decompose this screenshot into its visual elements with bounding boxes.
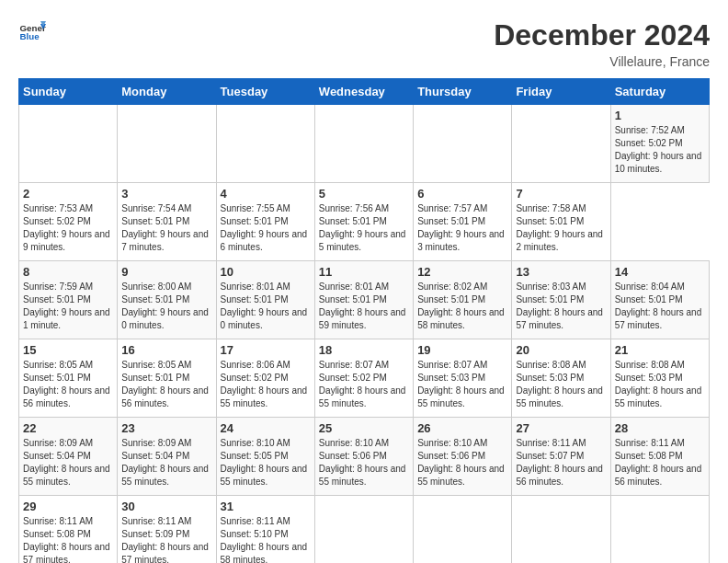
day-number: 1 — [615, 109, 705, 122]
day-number: 25 — [319, 421, 409, 435]
calendar-cell: 22Sunrise: 8:09 AMSunset: 5:04 PMDayligh… — [19, 418, 118, 496]
day-info: Sunrise: 8:01 AMSunset: 5:01 PMDaylight:… — [221, 281, 311, 332]
day-number: 18 — [319, 343, 409, 357]
day-info: Sunrise: 8:11 AMSunset: 5:08 PMDaylight:… — [615, 437, 705, 488]
calendar-cell: 14Sunrise: 8:04 AMSunset: 5:01 PMDayligh… — [610, 261, 709, 339]
calendar-cell: 6Sunrise: 7:57 AMSunset: 5:01 PMDaylight… — [414, 183, 512, 261]
day-info: Sunrise: 7:57 AMSunset: 5:01 PMDaylight:… — [417, 202, 507, 254]
day-info: Sunrise: 8:11 AMSunset: 5:10 PMDaylight:… — [221, 515, 311, 563]
day-number: 21 — [615, 343, 705, 357]
day-number: 29 — [23, 500, 113, 513]
day-info: Sunrise: 8:08 AMSunset: 5:03 PMDaylight:… — [615, 359, 705, 410]
day-info: Sunrise: 8:08 AMSunset: 5:03 PMDaylight:… — [516, 359, 606, 410]
calendar-table: SundayMondayTuesdayWednesdayThursdayFrid… — [18, 78, 710, 563]
calendar-cell: 13Sunrise: 8:03 AMSunset: 5:01 PMDayligh… — [512, 261, 610, 339]
calendar-cell: 31Sunrise: 8:11 AMSunset: 5:10 PMDayligh… — [216, 496, 314, 564]
calendar-cell: 9Sunrise: 8:00 AMSunset: 5:01 PMDaylight… — [118, 261, 216, 339]
calendar-cell: 17Sunrise: 8:06 AMSunset: 5:02 PMDayligh… — [216, 339, 314, 418]
calendar-cell: 8Sunrise: 7:59 AMSunset: 5:01 PMDaylight… — [19, 261, 118, 339]
day-number: 2 — [23, 187, 113, 201]
day-info: Sunrise: 8:11 AMSunset: 5:08 PMDaylight:… — [23, 515, 113, 563]
day-number: 8 — [23, 265, 113, 279]
calendar-week-row: 2Sunrise: 7:53 AMSunset: 5:02 PMDaylight… — [19, 183, 710, 261]
header: General Blue December 2024 Villelaure, F… — [18, 18, 710, 69]
title-area: December 2024 Villelaure, France — [494, 18, 710, 69]
calendar-cell — [314, 105, 413, 183]
logo-icon: General Blue — [18, 18, 46, 46]
day-info: Sunrise: 8:09 AMSunset: 5:04 PMDaylight:… — [121, 437, 211, 488]
day-number: 11 — [319, 265, 409, 279]
calendar-cell: 26Sunrise: 8:10 AMSunset: 5:06 PMDayligh… — [414, 418, 512, 496]
day-number: 31 — [221, 500, 311, 513]
day-info: Sunrise: 8:10 AMSunset: 5:06 PMDaylight:… — [417, 437, 507, 488]
calendar-cell: 29Sunrise: 8:11 AMSunset: 5:08 PMDayligh… — [19, 496, 118, 564]
day-number: 12 — [417, 265, 507, 279]
days-of-week-header: SundayMondayTuesdayWednesdayThursdayFrid… — [19, 79, 710, 105]
calendar-cell: 24Sunrise: 8:10 AMSunset: 5:05 PMDayligh… — [216, 418, 314, 496]
calendar-cell — [414, 105, 512, 183]
day-number: 24 — [221, 421, 311, 435]
day-number: 23 — [121, 421, 211, 435]
day-info: Sunrise: 7:56 AMSunset: 5:01 PMDaylight:… — [319, 202, 409, 254]
month-title: December 2024 — [494, 18, 710, 52]
day-info: Sunrise: 8:07 AMSunset: 5:03 PMDaylight:… — [417, 359, 507, 410]
day-info: Sunrise: 8:03 AMSunset: 5:01 PMDaylight:… — [516, 281, 606, 332]
day-info: Sunrise: 7:55 AMSunset: 5:01 PMDaylight:… — [221, 202, 311, 254]
logo: General Blue — [18, 18, 46, 46]
day-number: 13 — [516, 265, 606, 279]
calendar-cell — [216, 105, 314, 183]
calendar-week-row: 8Sunrise: 7:59 AMSunset: 5:01 PMDaylight… — [19, 261, 710, 339]
calendar-cell: 2Sunrise: 7:53 AMSunset: 5:02 PMDaylight… — [19, 183, 118, 261]
day-of-week-header: Sunday — [19, 79, 118, 105]
day-number: 4 — [221, 187, 311, 201]
day-number: 19 — [417, 343, 507, 357]
calendar-cell: 30Sunrise: 8:11 AMSunset: 5:09 PMDayligh… — [118, 496, 216, 564]
day-info: Sunrise: 8:06 AMSunset: 5:02 PMDaylight:… — [221, 359, 311, 410]
calendar-cell: 11Sunrise: 8:01 AMSunset: 5:01 PMDayligh… — [314, 261, 413, 339]
calendar-cell: 27Sunrise: 8:11 AMSunset: 5:07 PMDayligh… — [512, 418, 610, 496]
calendar-cell: 19Sunrise: 8:07 AMSunset: 5:03 PMDayligh… — [414, 339, 512, 418]
calendar-cell: 12Sunrise: 8:02 AMSunset: 5:01 PMDayligh… — [414, 261, 512, 339]
calendar-week-row: 22Sunrise: 8:09 AMSunset: 5:04 PMDayligh… — [19, 418, 710, 496]
day-number: 10 — [221, 265, 311, 279]
calendar-cell: 7Sunrise: 7:58 AMSunset: 5:01 PMDaylight… — [512, 183, 610, 261]
day-number: 16 — [121, 343, 211, 357]
day-number: 22 — [23, 421, 113, 435]
calendar-cell: 4Sunrise: 7:55 AMSunset: 5:01 PMDaylight… — [216, 183, 314, 261]
calendar-cell — [118, 105, 216, 183]
day-number: 28 — [615, 421, 705, 435]
day-info: Sunrise: 8:11 AMSunset: 5:07 PMDaylight:… — [516, 437, 606, 488]
calendar-cell: 28Sunrise: 8:11 AMSunset: 5:08 PMDayligh… — [610, 418, 709, 496]
svg-text:Blue: Blue — [20, 31, 40, 41]
day-info: Sunrise: 7:59 AMSunset: 5:01 PMDaylight:… — [23, 281, 113, 332]
calendar-cell — [610, 496, 709, 564]
day-of-week-header: Monday — [118, 79, 216, 105]
day-number: 3 — [121, 187, 211, 201]
calendar-cell — [19, 105, 118, 183]
day-number: 15 — [23, 343, 113, 357]
day-info: Sunrise: 7:52 AMSunset: 5:02 PMDaylight:… — [615, 124, 705, 176]
day-number: 26 — [417, 421, 507, 435]
day-number: 5 — [319, 187, 409, 201]
day-info: Sunrise: 8:01 AMSunset: 5:01 PMDaylight:… — [319, 281, 409, 332]
day-number: 9 — [121, 265, 211, 279]
calendar-week-row: 1Sunrise: 7:52 AMSunset: 5:02 PMDaylight… — [19, 105, 710, 183]
day-info: Sunrise: 7:54 AMSunset: 5:01 PMDaylight:… — [121, 202, 211, 254]
day-info: Sunrise: 7:58 AMSunset: 5:01 PMDaylight:… — [516, 202, 606, 254]
calendar-cell: 1Sunrise: 7:52 AMSunset: 5:02 PMDaylight… — [610, 105, 709, 183]
day-of-week-header: Thursday — [414, 79, 512, 105]
calendar-cell: 18Sunrise: 8:07 AMSunset: 5:02 PMDayligh… — [314, 339, 413, 418]
calendar-cell: 25Sunrise: 8:10 AMSunset: 5:06 PMDayligh… — [314, 418, 413, 496]
day-number: 27 — [516, 421, 606, 435]
day-info: Sunrise: 8:10 AMSunset: 5:06 PMDaylight:… — [319, 437, 409, 488]
calendar-cell — [512, 105, 610, 183]
calendar-cell: 10Sunrise: 8:01 AMSunset: 5:01 PMDayligh… — [216, 261, 314, 339]
calendar-cell — [314, 496, 413, 564]
day-info: Sunrise: 8:11 AMSunset: 5:09 PMDaylight:… — [121, 515, 211, 563]
calendar-cell — [414, 496, 512, 564]
calendar-week-row: 15Sunrise: 8:05 AMSunset: 5:01 PMDayligh… — [19, 339, 710, 418]
day-info: Sunrise: 8:04 AMSunset: 5:01 PMDaylight:… — [615, 281, 705, 332]
calendar-cell: 16Sunrise: 8:05 AMSunset: 5:01 PMDayligh… — [118, 339, 216, 418]
calendar-cell: 23Sunrise: 8:09 AMSunset: 5:04 PMDayligh… — [118, 418, 216, 496]
day-info: Sunrise: 8:07 AMSunset: 5:02 PMDaylight:… — [319, 359, 409, 410]
